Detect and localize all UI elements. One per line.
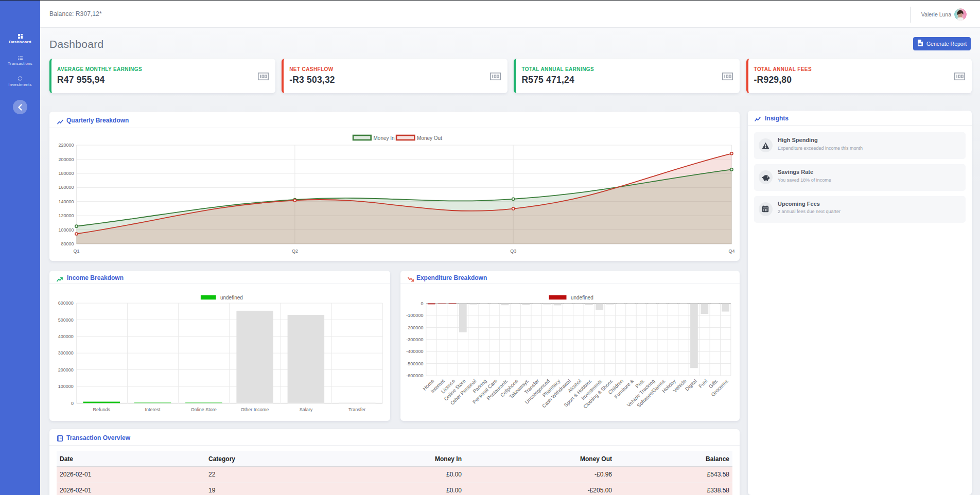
svg-text:500000: 500000	[58, 317, 74, 323]
svg-text:Refunds: Refunds	[93, 407, 110, 412]
svg-text:600000: 600000	[58, 301, 74, 306]
svg-text:0: 0	[421, 301, 423, 306]
svg-text:140000: 140000	[58, 199, 74, 204]
svg-text:Q1: Q1	[73, 249, 79, 254]
svg-text:-600000: -600000	[406, 374, 423, 379]
svg-text:-200000: -200000	[406, 325, 423, 330]
svg-text:300000: 300000	[58, 351, 74, 356]
svg-text:Other Income: Other Income	[241, 407, 269, 412]
svg-text:200000: 200000	[58, 367, 74, 373]
svg-text:200000: 200000	[58, 157, 74, 162]
svg-text:160000: 160000	[58, 185, 74, 190]
svg-text:undefined: undefined	[570, 295, 593, 300]
svg-text:Online Store: Online Store	[191, 407, 217, 412]
svg-text:undefined: undefined	[220, 295, 243, 300]
svg-text:-500000: -500000	[406, 361, 423, 366]
svg-text:Q3: Q3	[510, 249, 516, 254]
svg-text:-100000: -100000	[406, 313, 423, 319]
svg-text:Q4: Q4	[728, 249, 734, 254]
svg-text:Q2: Q2	[292, 249, 298, 254]
svg-text:Interest: Interest	[145, 407, 161, 412]
svg-text:Transfer: Transfer	[348, 407, 365, 412]
svg-text:Digital: Digital	[684, 378, 697, 392]
svg-text:Money In: Money In	[374, 135, 395, 141]
svg-text:220000: 220000	[58, 143, 74, 148]
svg-text:180000: 180000	[58, 171, 74, 176]
svg-text:100000: 100000	[58, 384, 74, 390]
svg-text:Money Out: Money Out	[417, 135, 442, 141]
svg-text:120000: 120000	[58, 213, 74, 218]
svg-text:80000: 80000	[61, 241, 74, 246]
svg-text:-300000: -300000	[406, 337, 423, 342]
svg-text:100000: 100000	[58, 227, 74, 233]
svg-text:Fuel: Fuel	[697, 378, 708, 389]
svg-text:400000: 400000	[58, 334, 74, 339]
svg-text:-400000: -400000	[406, 349, 423, 355]
svg-text:Salary: Salary	[300, 407, 313, 412]
svg-text:0: 0	[71, 401, 74, 406]
